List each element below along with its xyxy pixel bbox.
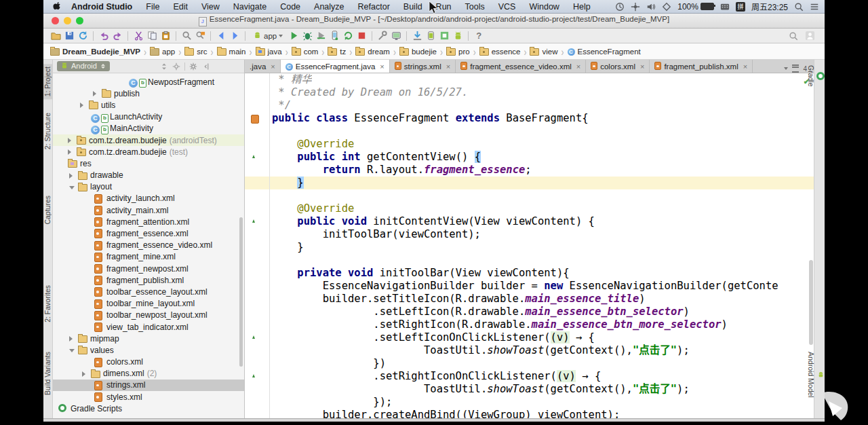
tabs-list-icon[interactable] (792, 64, 799, 73)
history-icon[interactable] (615, 2, 625, 12)
code-line[interactable] (245, 254, 814, 267)
run-icon[interactable] (287, 30, 300, 42)
find-icon[interactable] (180, 30, 193, 42)
code-line[interactable]: return R.layout.fragment_essence; (245, 164, 814, 177)
ime-badge[interactable]: 拼 (736, 2, 745, 12)
breadcrumb-item-java[interactable]: java (254, 47, 283, 56)
run-configuration-selector[interactable]: app (249, 31, 287, 41)
code-line[interactable]: } (245, 177, 814, 189)
tree-item-dimens-xml[interactable]: dimens.xml(2) (53, 368, 245, 380)
code-line[interactable]: public void initContentView(View viewCon… (245, 215, 814, 228)
tree-item-com-tz-dream-budejie[interactable]: com.tz.dream.budejie(test) (53, 146, 245, 158)
tree-item-drawable[interactable]: drawable (53, 170, 245, 181)
breadcrumb-item-com[interactable]: com (290, 47, 320, 56)
airdrop-diamond-icon[interactable] (662, 2, 671, 12)
crosshair-icon[interactable] (631, 2, 640, 12)
editor-tab-strings-xml[interactable]: strings.xml× (390, 60, 456, 73)
menubar-item-analyze[interactable]: Analyze (307, 2, 351, 12)
redo-icon[interactable] (111, 30, 124, 42)
tab-close-icon[interactable]: × (271, 62, 275, 71)
code-line[interactable]: */ (245, 99, 814, 112)
menubar-item-vcs[interactable]: VCS (492, 2, 523, 12)
project-view-selector[interactable]: Android (57, 61, 110, 71)
code-line[interactable]: builder.createAndBind((ViewGroup) viewCo… (245, 409, 814, 418)
tool-button----favorites[interactable]: 2: Favorites (43, 282, 53, 325)
menubar-item-tools[interactable]: Tools (458, 2, 492, 12)
undo-icon[interactable] (97, 30, 111, 42)
chevron-down-icon[interactable] (69, 186, 75, 189)
chevron-right-icon[interactable] (69, 173, 73, 179)
gutter-file-marker-icon[interactable] (251, 115, 259, 124)
tree-item-activity-main-xml[interactable]: activity_main.xml (53, 204, 245, 216)
tree-item-values[interactable]: values (53, 344, 245, 356)
code-line[interactable]: * Created by Dream on 16/5/27. (245, 86, 814, 99)
collapse-all-icon[interactable] (160, 62, 168, 71)
code-line[interactable]: builder.setTitleIcon(R.drawable.main_ess… (245, 293, 814, 306)
chevron-down-icon[interactable] (69, 349, 75, 352)
code-editor[interactable]: * 精华 * Created by Dream on 16/5/27. */pu… (245, 73, 814, 418)
chevron-right-icon[interactable] (82, 371, 85, 377)
chevron-right-icon[interactable] (69, 336, 73, 341)
tab-close-icon[interactable]: × (576, 62, 580, 71)
spotlight-search-icon[interactable] (794, 2, 804, 12)
tree-item-colors-xml[interactable]: colors.xml (53, 356, 245, 368)
code-line[interactable]: * 精华 (245, 73, 814, 86)
tab-close-icon[interactable]: × (743, 62, 747, 71)
code-line[interactable]: .setLeftIcon(R.drawable.main_essence_btn… (245, 306, 814, 318)
editor-scrollbar[interactable] (809, 260, 813, 345)
tree-item-toolbar-mine-layout-xml[interactable]: toolbar_mine_layout.xml (53, 298, 245, 310)
editor-tab-fragment-publish-xml[interactable]: fragment_publish.xml× (650, 60, 753, 73)
breadcrumb-item-main[interactable]: main (216, 47, 248, 56)
tabs-dropdown-icon[interactable] (784, 67, 788, 70)
stop-icon[interactable] (355, 30, 368, 42)
forward-icon[interactable] (228, 30, 241, 42)
code-line[interactable]: public int getContentView() { (245, 151, 814, 164)
breadcrumb-item-budejie[interactable]: budejie (398, 47, 438, 56)
tree-item-toolbar-newpost-layout-xml[interactable]: toolbar_newpost_layout.xml (53, 310, 245, 321)
tool-button-build-variants[interactable]: Build Variants (43, 349, 53, 398)
code-line[interactable]: @Override (245, 202, 814, 215)
attach-icon[interactable] (328, 30, 341, 42)
settings-gear-icon[interactable] (189, 62, 197, 71)
menubar-item-help[interactable]: Help (566, 2, 597, 12)
menubar-item-refactor[interactable]: Refactor (351, 2, 397, 12)
code-line[interactable]: @Override (245, 138, 814, 151)
breadcrumb-item-view[interactable]: view (528, 47, 559, 56)
rerun-icon[interactable] (341, 30, 355, 42)
breadcrumb-item-app[interactable]: app (149, 47, 176, 56)
breadcrumb-item-essence[interactable]: essence (478, 47, 522, 56)
tree-item-utils[interactable]: utils (53, 99, 245, 111)
code-line[interactable]: }); (245, 396, 814, 409)
notification-center-icon[interactable] (810, 2, 819, 12)
code-line[interactable]: .setRightIconOnClickListener((v) → { (245, 370, 814, 383)
sdk-manager-icon[interactable] (410, 30, 424, 42)
user-avatar-icon[interactable] (805, 31, 815, 41)
hide-panel-icon[interactable] (201, 62, 210, 71)
android-robot-icon[interactable] (451, 30, 465, 42)
editor-tab--java[interactable]: .java× (245, 60, 281, 73)
tab-close-icon[interactable]: × (640, 62, 644, 71)
tree-item-com-tz-dream-budejie[interactable]: com.tz.dream.budejie(androidTest) (53, 134, 245, 146)
menubar-item-code[interactable]: Code (273, 2, 307, 12)
window-title-bar[interactable]: JEssenceFragment.java - Dream_Budejie_MV… (43, 14, 825, 29)
chevron-right-icon[interactable] (80, 103, 83, 108)
code-line[interactable]: public class EssenceFragment extends Bas… (245, 112, 814, 125)
apple-menu-icon[interactable] (53, 2, 62, 12)
tab-close-icon[interactable]: × (446, 62, 450, 71)
code-line[interactable]: .setLeftIconOnClickListener((v) → { (245, 331, 814, 344)
tree-item-fragment-essence-video-xml[interactable]: fragment_essence_video.xml (53, 240, 245, 251)
search-everywhere-icon[interactable] (789, 31, 798, 41)
menubar-item-view[interactable]: View (195, 2, 226, 12)
menubar-item-build[interactable]: Build (397, 2, 429, 12)
menu-clock[interactable]: 周五23:25 (751, 1, 788, 12)
code-line[interactable]: EssenceNavigationBuilder builder = new E… (245, 280, 814, 293)
copy-icon[interactable] (145, 30, 159, 42)
tree-item-mainactivity[interactable]: CbMainActivity (53, 123, 245, 134)
menubar-item-window[interactable]: Window (522, 2, 566, 12)
open-folder-icon[interactable] (49, 30, 62, 42)
tree-item-view-tab-indicator-xml[interactable]: view_tab_indicator.xml (53, 321, 245, 333)
tree-item-fragment-mine-xml[interactable]: fragment_mine.xml (53, 251, 245, 263)
code-line[interactable]: ToastUtil.showToast(getContext(),"点击了"); (245, 383, 814, 396)
tool-button-gradle[interactable]: Gradle (815, 65, 825, 87)
code-line[interactable]: } (245, 241, 814, 254)
